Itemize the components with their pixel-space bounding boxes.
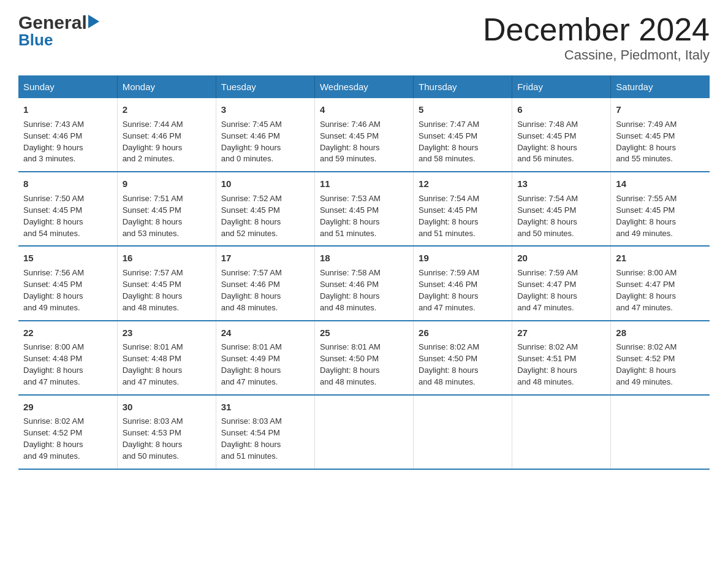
table-row: 19 Sunrise: 7:59 AM Sunset: 4:46 PM Dayl…: [414, 246, 512, 320]
day-info: Sunrise: 7:51 AM Sunset: 4:45 PM Dayligh…: [123, 193, 211, 239]
day-number: 23: [123, 326, 211, 340]
table-row: 20 Sunrise: 7:59 AM Sunset: 4:47 PM Dayl…: [512, 246, 611, 320]
day-info: Sunrise: 7:44 AM Sunset: 4:46 PM Dayligh…: [123, 119, 211, 165]
day-number: 11: [320, 177, 408, 191]
table-row: 8 Sunrise: 7:50 AM Sunset: 4:45 PM Dayli…: [18, 172, 117, 246]
sunset-text: Sunset: 4:45 PM: [23, 280, 82, 289]
sunset-text: Sunset: 4:45 PM: [616, 131, 675, 140]
calendar-week-row: 29 Sunrise: 8:02 AM Sunset: 4:52 PM Dayl…: [18, 395, 710, 469]
sunrise-text: Sunrise: 7:52 AM: [221, 194, 282, 203]
sunset-text: Sunset: 4:52 PM: [23, 428, 82, 437]
daylight-text: Daylight: 8 hours: [23, 291, 83, 301]
table-row: [414, 395, 512, 469]
day-number: 16: [123, 251, 211, 265]
daylight-text: Daylight: 8 hours: [23, 366, 83, 375]
daylight-text2: and 52 minutes.: [221, 229, 278, 238]
table-row: 16 Sunrise: 7:57 AM Sunset: 4:45 PM Dayl…: [117, 246, 216, 320]
sunset-text: Sunset: 4:46 PM: [221, 131, 280, 140]
daylight-text2: and 51 minutes.: [320, 229, 377, 238]
sunrise-text: Sunrise: 8:01 AM: [123, 342, 183, 351]
sunrise-text: Sunrise: 7:53 AM: [320, 194, 381, 203]
sunset-text: Sunset: 4:45 PM: [419, 205, 477, 215]
logo-blue-text: Blue: [18, 31, 53, 50]
sunrise-text: Sunrise: 8:00 AM: [616, 268, 677, 277]
day-number: 12: [419, 177, 507, 191]
logo-general-text: General: [18, 12, 87, 33]
col-saturday: Saturday: [611, 75, 710, 98]
sunrise-text: Sunrise: 7:45 AM: [221, 120, 282, 129]
sunrise-text: Sunrise: 7:44 AM: [123, 120, 183, 129]
sunrise-text: Sunrise: 8:03 AM: [123, 416, 183, 426]
daylight-text2: and 49 minutes.: [23, 303, 80, 312]
day-number: 9: [123, 177, 211, 191]
day-number: 25: [320, 326, 408, 340]
daylight-text: Daylight: 8 hours: [616, 366, 676, 375]
table-row: 4 Sunrise: 7:46 AM Sunset: 4:45 PM Dayli…: [314, 98, 413, 172]
day-info: Sunrise: 7:57 AM Sunset: 4:45 PM Dayligh…: [123, 267, 211, 313]
sunrise-text: Sunrise: 8:01 AM: [320, 342, 381, 351]
sunrise-text: Sunrise: 8:00 AM: [23, 342, 84, 351]
day-info: Sunrise: 7:43 AM Sunset: 4:46 PM Dayligh…: [23, 119, 112, 165]
daylight-text2: and 48 minutes.: [320, 377, 377, 386]
table-row: 31 Sunrise: 8:03 AM Sunset: 4:54 PM Dayl…: [216, 395, 314, 469]
day-number: 1: [23, 103, 112, 117]
sunset-text: Sunset: 4:46 PM: [320, 280, 379, 289]
day-number: 8: [23, 177, 112, 191]
day-number: 2: [123, 103, 211, 117]
sunset-text: Sunset: 4:46 PM: [221, 280, 280, 289]
sunset-text: Sunset: 4:48 PM: [123, 354, 181, 363]
day-info: Sunrise: 7:47 AM Sunset: 4:45 PM Dayligh…: [419, 119, 507, 165]
daylight-text2: and 0 minutes.: [221, 154, 273, 163]
day-number: 20: [517, 251, 605, 265]
daylight-text: Daylight: 8 hours: [23, 217, 83, 226]
daylight-text: Daylight: 8 hours: [517, 143, 577, 152]
daylight-text2: and 48 minutes.: [320, 303, 377, 312]
logo-arrow-icon: [88, 15, 99, 31]
day-info: Sunrise: 7:50 AM Sunset: 4:45 PM Dayligh…: [23, 193, 112, 239]
sunrise-text: Sunrise: 8:02 AM: [517, 342, 578, 351]
sunset-text: Sunset: 4:51 PM: [517, 354, 576, 363]
col-tuesday: Tuesday: [216, 75, 314, 98]
sunrise-text: Sunrise: 7:57 AM: [123, 268, 183, 277]
day-number: 17: [221, 251, 309, 265]
sunset-text: Sunset: 4:45 PM: [616, 205, 675, 215]
title-block: December 2024 Cassine, Piedmont, Italy: [483, 12, 710, 63]
table-row: 30 Sunrise: 8:03 AM Sunset: 4:53 PM Dayl…: [117, 395, 216, 469]
sunset-text: Sunset: 4:52 PM: [616, 354, 675, 363]
sunrise-text: Sunrise: 7:58 AM: [320, 268, 381, 277]
sunset-text: Sunset: 4:49 PM: [221, 354, 280, 363]
day-info: Sunrise: 8:00 AM Sunset: 4:47 PM Dayligh…: [616, 267, 705, 313]
daylight-text: Daylight: 8 hours: [123, 291, 183, 301]
daylight-text: Daylight: 8 hours: [23, 440, 83, 449]
day-info: Sunrise: 8:01 AM Sunset: 4:50 PM Dayligh…: [320, 342, 408, 388]
table-row: 26 Sunrise: 8:02 AM Sunset: 4:50 PM Dayl…: [414, 321, 512, 395]
daylight-text2: and 51 minutes.: [419, 229, 476, 238]
daylight-text: Daylight: 8 hours: [616, 143, 676, 152]
daylight-text2: and 2 minutes.: [123, 154, 175, 163]
day-number: 21: [616, 251, 705, 265]
daylight-text2: and 48 minutes.: [419, 377, 476, 386]
table-row: [611, 395, 710, 469]
day-number: 4: [320, 103, 408, 117]
day-info: Sunrise: 7:58 AM Sunset: 4:46 PM Dayligh…: [320, 267, 408, 313]
daylight-text2: and 51 minutes.: [221, 451, 278, 461]
table-row: 21 Sunrise: 8:00 AM Sunset: 4:47 PM Dayl…: [611, 246, 710, 320]
daylight-text2: and 58 minutes.: [419, 154, 476, 163]
table-row: 13 Sunrise: 7:54 AM Sunset: 4:45 PM Dayl…: [512, 172, 611, 246]
sunset-text: Sunset: 4:46 PM: [23, 131, 82, 140]
day-number: 24: [221, 326, 309, 340]
page-subtitle: Cassine, Piedmont, Italy: [483, 47, 710, 63]
day-info: Sunrise: 8:01 AM Sunset: 4:49 PM Dayligh…: [221, 342, 309, 388]
day-info: Sunrise: 8:02 AM Sunset: 4:51 PM Dayligh…: [517, 342, 605, 388]
day-info: Sunrise: 7:54 AM Sunset: 4:45 PM Dayligh…: [419, 193, 507, 239]
sunset-text: Sunset: 4:50 PM: [320, 354, 379, 363]
sunset-text: Sunset: 4:45 PM: [517, 131, 576, 140]
col-friday: Friday: [512, 75, 611, 98]
day-number: 27: [517, 326, 605, 340]
day-info: Sunrise: 8:03 AM Sunset: 4:54 PM Dayligh…: [221, 416, 309, 462]
table-row: 2 Sunrise: 7:44 AM Sunset: 4:46 PM Dayli…: [117, 98, 216, 172]
day-info: Sunrise: 7:59 AM Sunset: 4:47 PM Dayligh…: [517, 267, 605, 313]
day-number: 31: [221, 400, 309, 414]
day-info: Sunrise: 7:54 AM Sunset: 4:45 PM Dayligh…: [517, 193, 605, 239]
daylight-text2: and 47 minutes.: [419, 303, 476, 312]
